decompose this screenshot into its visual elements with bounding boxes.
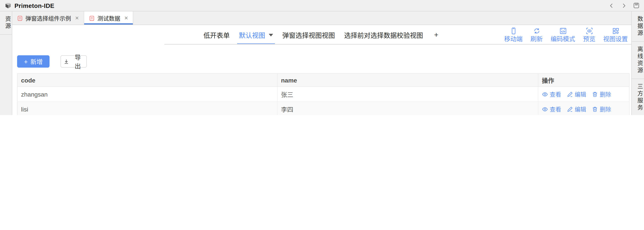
column-header-name: name xyxy=(277,74,538,87)
edit-icon xyxy=(567,91,573,97)
view-tab-low-code-form[interactable]: 低开表单 xyxy=(202,25,230,45)
table-row: zhangsan 张三 查看 xyxy=(17,87,629,102)
toolbtn-label: 编码模式 xyxy=(550,36,575,43)
refresh-button[interactable]: 刷新 xyxy=(530,27,543,43)
titlebar-actions xyxy=(608,2,640,9)
forward-icon[interactable] xyxy=(621,3,627,9)
column-header-code: code xyxy=(17,74,277,87)
view-link-label: 查看 xyxy=(550,90,561,98)
view-link[interactable]: 查看 xyxy=(542,90,561,98)
close-icon[interactable]: ✕ xyxy=(124,15,128,21)
left-sidebar: 资源 xyxy=(0,12,12,115)
document-tabbar: 弹窗选择组件示例 ✕ 测试数据 ✕ xyxy=(12,12,631,25)
cell-code: lisi xyxy=(17,102,277,115)
delete-link-label: 删除 xyxy=(600,105,611,113)
table-header-row: code name 操作 xyxy=(17,74,629,87)
body: 资源 弹窗选择组件示例 ✕ xyxy=(0,12,644,115)
download-icon xyxy=(64,59,69,64)
cell-code: zhangsan xyxy=(17,87,277,102)
view-link[interactable]: 查看 xyxy=(542,105,561,113)
view-tab-label: 低开表单 xyxy=(204,30,230,40)
tab-test-data[interactable]: 测试数据 ✕ xyxy=(84,12,133,25)
cell-name: 张三 xyxy=(277,87,538,102)
view-tab-pre-select-validation-view[interactable]: 选择前对选择数据校验视图 xyxy=(343,25,424,45)
mobile-icon xyxy=(510,27,517,35)
edit-icon xyxy=(567,106,573,112)
red-document-icon xyxy=(17,15,23,21)
view-tab-default-view[interactable]: 默认视图 xyxy=(238,25,274,45)
preview-button[interactable]: 预览 xyxy=(583,27,595,43)
add-view-tab-button[interactable]: + xyxy=(432,25,441,45)
right-sidebar: 数据源 离线资源 三方服务 命名Sql xyxy=(631,12,644,115)
tab-label: 测试数据 xyxy=(97,14,120,22)
sidebar-item-offline-resources[interactable]: 离线资源 xyxy=(632,42,644,79)
sidebar-item-third-party-services[interactable]: 三方服务 xyxy=(632,79,644,115)
sidebar-item-data-source[interactable]: 数据源 xyxy=(632,12,644,42)
edit-link[interactable]: 编辑 xyxy=(567,105,586,113)
red-document-icon xyxy=(89,15,95,21)
app-root: Primeton-IDE 资源 xyxy=(0,0,644,115)
view-toolbar: 移动端 刷新 xyxy=(504,27,628,43)
app-title: Primeton-IDE xyxy=(14,2,54,9)
view-tab-popup-select-view[interactable]: 弹窗选择视图视图 xyxy=(282,25,336,45)
toolbtn-label: 移动端 xyxy=(504,36,522,43)
trash-icon xyxy=(592,106,598,112)
toolbtn-label: 刷新 xyxy=(530,36,543,43)
tab-label: 弹窗选择组件示例 xyxy=(26,14,71,22)
titlebar: Primeton-IDE xyxy=(0,0,644,12)
close-icon[interactable]: ✕ xyxy=(75,15,79,21)
view-tabs: 低开表单 默认视图 弹窗选择视图视图 选择前对选择数据校验视图 + xyxy=(202,25,441,45)
view-header: 低开表单 默认视图 弹窗选择视图视图 选择前对选择数据校验视图 + xyxy=(12,25,631,45)
mobile-button[interactable]: 移动端 xyxy=(504,27,522,43)
preview-icon xyxy=(586,27,593,35)
view-settings-icon xyxy=(612,27,619,35)
header-divider xyxy=(164,44,631,45)
export-button[interactable]: 导出 xyxy=(60,55,87,68)
content-area: + 新增 导出 xyxy=(12,45,631,115)
delete-link[interactable]: 删除 xyxy=(592,90,611,98)
edit-link-label: 编辑 xyxy=(575,105,586,113)
delete-link[interactable]: 删除 xyxy=(592,105,611,113)
edit-link-label: 编辑 xyxy=(575,90,586,98)
eye-icon xyxy=(542,106,548,112)
toolbtn-label: 预览 xyxy=(583,36,595,43)
center-panel: 弹窗选择组件示例 ✕ 测试数据 ✕ 低开表单 xyxy=(12,12,631,115)
view-settings-button[interactable]: 视图设置 xyxy=(603,27,628,43)
tab-popup-select-component-example[interactable]: 弹窗选择组件示例 ✕ xyxy=(12,12,84,25)
table-row: lisi 李四 查看 xyxy=(17,102,629,115)
column-header-operations: 操作 xyxy=(538,74,629,87)
plus-icon: + xyxy=(24,58,28,65)
edit-link[interactable]: 编辑 xyxy=(567,90,586,98)
code-mode-icon xyxy=(559,27,566,35)
row-actions: 查看 编辑 xyxy=(542,90,626,98)
sidebar-item-resources[interactable]: 资源 xyxy=(0,12,12,35)
code-mode-button[interactable]: 编码模式 xyxy=(550,27,575,43)
view-tab-label: 默认视图 xyxy=(239,30,265,40)
action-buttons: + 新增 导出 xyxy=(17,55,630,68)
trash-icon xyxy=(592,91,598,97)
export-button-label: 导出 xyxy=(72,53,84,70)
caret-down-icon xyxy=(269,34,273,36)
save-icon[interactable] xyxy=(633,2,640,9)
refresh-icon xyxy=(533,27,540,35)
back-icon[interactable] xyxy=(608,3,615,9)
cell-name: 李四 xyxy=(277,102,538,115)
delete-link-label: 删除 xyxy=(600,90,611,98)
view-link-label: 查看 xyxy=(550,105,561,113)
row-actions: 查看 编辑 xyxy=(542,105,626,113)
view-tab-label: + xyxy=(434,31,438,39)
eye-icon xyxy=(542,91,548,97)
view-tab-label: 选择前对选择数据校验视图 xyxy=(344,30,423,40)
app-logo-icon xyxy=(4,2,12,9)
toolbtn-label: 视图设置 xyxy=(603,36,628,43)
data-table: code name 操作 zhangsan 张三 xyxy=(17,73,630,115)
add-button-label: 新增 xyxy=(30,57,43,66)
add-button[interactable]: + 新增 xyxy=(17,55,50,68)
view-tab-label: 弹窗选择视图视图 xyxy=(282,30,335,40)
